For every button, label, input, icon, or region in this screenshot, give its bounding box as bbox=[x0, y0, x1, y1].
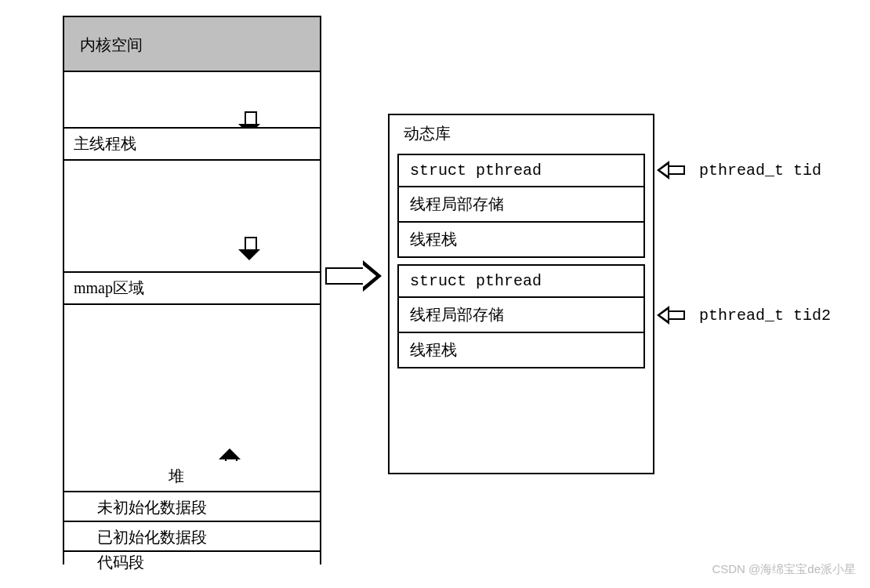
kernel-space-label: 内核空间 bbox=[80, 36, 143, 53]
text-segment: 代码段 bbox=[64, 550, 320, 564]
tcb-tls-row: 线程局部存储 bbox=[399, 187, 643, 223]
arrow-left-icon bbox=[657, 306, 669, 325]
tcb-stack-row: 线程栈 bbox=[399, 333, 643, 367]
tcb-tls-label: 线程局部存储 bbox=[410, 306, 504, 323]
pointer-tid1-label: pthread_t tid bbox=[699, 162, 821, 180]
heap-label: 堆 bbox=[169, 466, 184, 487]
mmap-region-label: mmap区域 bbox=[74, 279, 144, 296]
pointer-tid1: pthread_t tid bbox=[657, 161, 821, 180]
bss-segment: 未初始化数据段 bbox=[64, 491, 320, 524]
arrow-left-icon bbox=[657, 161, 669, 180]
tcb-tls-label: 线程局部存储 bbox=[410, 195, 504, 212]
tcb-struct-row: struct pthread bbox=[399, 155, 643, 187]
tcb-struct-label: struct pthread bbox=[410, 162, 542, 180]
arrow-left-shaft bbox=[669, 310, 685, 320]
watermark: CSDN @海绵宝宝de派小星 bbox=[712, 562, 856, 577]
pointer-tid2: pthread_t tid2 bbox=[657, 306, 831, 325]
thread-control-block-2: struct pthread 线程局部存储 线程栈 bbox=[397, 264, 645, 368]
arrow-left-shaft bbox=[669, 165, 685, 175]
tcb-struct-row: struct pthread bbox=[399, 266, 643, 298]
dynamic-library-title-label: 动态库 bbox=[404, 125, 451, 142]
thread-control-block-1: struct pthread 线程局部存储 线程栈 bbox=[397, 154, 645, 258]
pointer-tid2-label: pthread_t tid2 bbox=[699, 307, 831, 325]
tcb-struct-label: struct pthread bbox=[410, 272, 542, 290]
arrow-down-icon bbox=[245, 237, 260, 260]
data-label: 已初始化数据段 bbox=[97, 528, 207, 546]
text-label: 代码段 bbox=[97, 554, 144, 571]
tcb-stack-row: 线程栈 bbox=[399, 223, 643, 256]
data-segment: 已初始化数据段 bbox=[64, 521, 320, 554]
main-thread-stack: 主线程栈 bbox=[64, 127, 320, 161]
tcb-stack-label: 线程栈 bbox=[410, 341, 457, 358]
kernel-space: 内核空间 bbox=[64, 17, 320, 72]
dynamic-library-title: 动态库 bbox=[390, 115, 653, 154]
arrow-right-icon bbox=[325, 260, 382, 292]
tcb-stack-label: 线程栈 bbox=[410, 230, 457, 248]
heap-segment: 堆 bbox=[64, 461, 320, 493]
dynamic-library-panel: 动态库 struct pthread 线程局部存储 线程栈 struct pth… bbox=[388, 114, 654, 474]
tcb-tls-row: 线程局部存储 bbox=[399, 298, 643, 333]
main-thread-stack-label: 主线程栈 bbox=[74, 135, 136, 152]
bss-label: 未初始化数据段 bbox=[97, 499, 207, 516]
process-memory-layout: 内核空间 主线程栈 mmap区域 堆 未初始化数据段 已初始化数据段 代码段 bbox=[63, 16, 321, 564]
mmap-region: mmap区域 bbox=[64, 271, 320, 305]
